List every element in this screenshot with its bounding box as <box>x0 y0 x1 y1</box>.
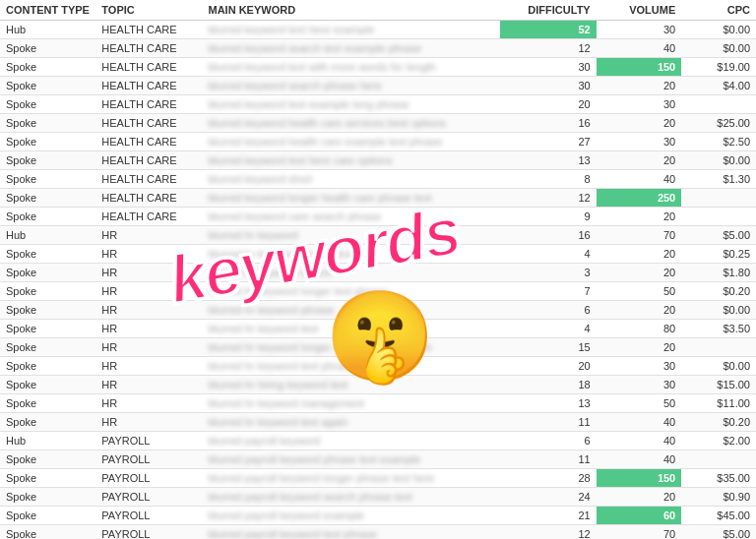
cell-keyword: blurred payroll keyword phrase text exam… <box>203 450 501 469</box>
table-row: Spoke PAYROLL blurred payroll keyword se… <box>0 488 756 507</box>
cell-keyword: blurred keyword text here care options <box>203 151 501 170</box>
table-row: Spoke PAYROLL blurred payroll keyword ph… <box>0 450 756 469</box>
cell-cpc: $0.20 <box>681 282 756 301</box>
cell-volume: 20 <box>597 264 682 282</box>
cell-content-type: Spoke <box>0 208 95 226</box>
table-row: Spoke PAYROLL blurred payroll keyword ex… <box>0 507 756 525</box>
table-row: Spoke HR blurred hr keyword phrase text … <box>0 245 756 264</box>
cell-difficulty: 12 <box>500 189 596 208</box>
cell-volume: 40 <box>597 432 682 450</box>
cell-content-type: Spoke <box>0 151 95 170</box>
cell-topic: HEALTH CARE <box>95 189 202 208</box>
cell-volume: 50 <box>597 394 682 413</box>
table-row: Spoke HEALTH CARE blurred keyword text e… <box>0 95 756 114</box>
cell-keyword: blurred payroll keyword text phrase <box>203 525 501 540</box>
cell-topic: HEALTH CARE <box>95 21 202 39</box>
cell-cpc <box>681 450 756 469</box>
cell-keyword: blurred payroll keyword example <box>203 507 501 525</box>
cell-volume: 40 <box>597 170 682 189</box>
cell-volume: 40 <box>597 39 682 58</box>
cell-topic: HR <box>95 357 202 376</box>
cell-topic: PAYROLL <box>95 450 202 469</box>
cell-cpc: $11.00 <box>681 394 756 413</box>
cell-difficulty: 27 <box>500 133 596 151</box>
cell-volume: 30 <box>597 376 682 394</box>
cell-topic: HR <box>95 394 202 413</box>
cell-volume: 250 <box>597 189 682 208</box>
table-row: Spoke HEALTH CARE blurred keyword short … <box>0 170 756 189</box>
cell-difficulty: 13 <box>500 394 596 413</box>
cell-keyword: blurred keyword short <box>203 170 501 189</box>
header-keyword: MAIN KEYWORD <box>203 0 501 21</box>
cell-volume: 70 <box>597 226 682 245</box>
cell-keyword: blurred keyword text here example <box>203 21 501 39</box>
cell-cpc: $5.00 <box>681 525 756 540</box>
cell-topic: HEALTH CARE <box>95 170 202 189</box>
header-cpc: CPC <box>681 0 756 21</box>
cell-volume: 20 <box>597 338 682 357</box>
cell-keyword: blurred keyword health care services bes… <box>203 114 501 133</box>
header-difficulty: DIFFICULTY <box>500 0 596 21</box>
table-row: Spoke PAYROLL blurred payroll keyword lo… <box>0 469 756 488</box>
cell-keyword: blurred payroll keyword longer phrase te… <box>203 469 501 488</box>
keyword-table: CONTENT TYPE TOPIC MAIN KEYWORD DIFFICUL… <box>0 0 756 539</box>
cell-topic: HR <box>95 338 202 357</box>
cell-topic: PAYROLL <box>95 469 202 488</box>
cell-difficulty: 12 <box>500 525 596 540</box>
cell-volume: 20 <box>597 77 682 95</box>
cell-volume: 20 <box>597 114 682 133</box>
cell-keyword: blurred keyword search phrase here <box>203 77 501 95</box>
table-row: Spoke HEALTH CARE blurred keyword health… <box>0 114 756 133</box>
cell-content-type: Hub <box>0 226 95 245</box>
cell-cpc: $0.00 <box>681 39 756 58</box>
cell-volume: 70 <box>597 525 682 540</box>
cell-keyword: blurred hr keyword search <box>203 264 501 282</box>
cell-cpc <box>681 338 756 357</box>
cell-volume: 20 <box>597 488 682 507</box>
cell-cpc: $15.00 <box>681 376 756 394</box>
cell-cpc: $0.00 <box>681 301 756 320</box>
cell-content-type: Hub <box>0 432 95 450</box>
cell-volume: 80 <box>597 320 682 338</box>
cell-content-type: Spoke <box>0 507 95 525</box>
cell-topic: HEALTH CARE <box>95 114 202 133</box>
cell-cpc <box>681 95 756 114</box>
cell-content-type: Spoke <box>0 170 95 189</box>
cell-keyword: blurred hr keyword phrase text <box>203 245 501 264</box>
cell-content-type: Spoke <box>0 357 95 376</box>
cell-content-type: Spoke <box>0 114 95 133</box>
cell-difficulty: 4 <box>500 245 596 264</box>
cell-volume: 20 <box>597 151 682 170</box>
cell-content-type: Spoke <box>0 488 95 507</box>
cell-content-type: Spoke <box>0 469 95 488</box>
cell-keyword: blurred keyword health care example text… <box>203 133 501 151</box>
header-content-type: CONTENT TYPE <box>0 0 95 21</box>
cell-content-type: Spoke <box>0 245 95 264</box>
cell-content-type: Spoke <box>0 39 95 58</box>
cell-topic: PAYROLL <box>95 525 202 540</box>
cell-topic: HEALTH CARE <box>95 95 202 114</box>
cell-cpc: $5.00 <box>681 226 756 245</box>
cell-difficulty: 3 <box>500 264 596 282</box>
cell-keyword: blurred payroll keyword <box>203 432 501 450</box>
cell-keyword: blurred hr keyword text phrase <box>203 357 501 376</box>
header-topic: TOPIC <box>95 0 202 21</box>
table-row: Spoke HR blurred hr keyword text again 1… <box>0 413 756 432</box>
cell-difficulty: 15 <box>500 338 596 357</box>
cell-content-type: Hub <box>0 21 95 39</box>
cell-difficulty: 16 <box>500 114 596 133</box>
table-row: Spoke HR blurred hr keyword longer text … <box>0 282 756 301</box>
cell-cpc: $0.00 <box>681 151 756 170</box>
cell-difficulty: 11 <box>500 413 596 432</box>
cell-volume: 30 <box>597 21 682 39</box>
cell-cpc: $35.00 <box>681 469 756 488</box>
cell-keyword: blurred hr keyword phrase <box>203 301 501 320</box>
cell-difficulty: 18 <box>500 376 596 394</box>
cell-topic: HR <box>95 376 202 394</box>
cell-topic: HR <box>95 264 202 282</box>
cell-keyword: blurred hr keyword text again <box>203 413 501 432</box>
cell-volume: 20 <box>597 301 682 320</box>
cell-cpc: $25.00 <box>681 114 756 133</box>
cell-difficulty: 24 <box>500 488 596 507</box>
cell-keyword: blurred keyword text with more words for… <box>203 58 501 77</box>
